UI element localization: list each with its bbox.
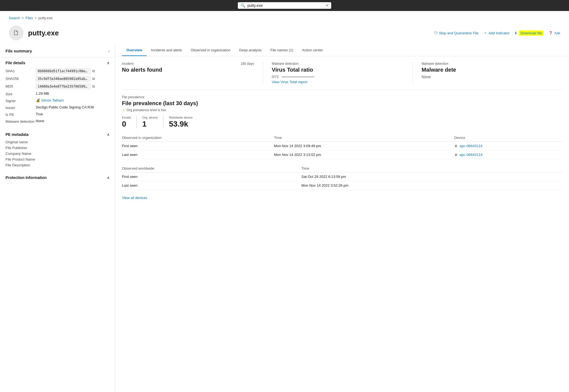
pe-file-publisher: File Publisher — [5, 146, 110, 150]
md5-copy-icon[interactable]: ⧉ — [92, 84, 95, 89]
worldwide-col: Worldwide device 53.9k — [169, 116, 198, 128]
ww-first-seen-label: First seen — [122, 172, 302, 181]
detection-row: Incident 180 days No alerts found Malwar… — [122, 62, 562, 90]
sha256-hash[interactable]: 35c9df3a348ae805902a95ab8a — [36, 76, 91, 82]
main-panel: Overview Incidents and alerts Observed i… — [115, 45, 569, 392]
obs-last-seen-time: Mon Nov 14 2022 3:13:02 pm — [274, 150, 454, 159]
breadcrumb-sep1: > — [22, 16, 24, 20]
breadcrumb-files[interactable]: Files — [26, 16, 33, 20]
breadcrumb-search[interactable]: Search — [9, 16, 20, 20]
tab-overview[interactable]: Overview — [122, 45, 147, 56]
vt-ratio-num: 0/72 — [272, 75, 279, 79]
download-file-label: Download file — [519, 30, 543, 36]
signer-value: 🔏 Simon Tatham — [36, 98, 110, 102]
observed-org-table: Observed in organization Time Device Fir… — [122, 134, 562, 159]
protection-chevron: ∧ — [107, 175, 110, 180]
org-value: 1 — [142, 120, 158, 128]
malware-value: None — [36, 119, 110, 123]
incident-days: 180 days — [241, 62, 254, 66]
sha1-label: SHA1 — [5, 68, 36, 73]
vt-ratio-row: 0/72 — [272, 75, 404, 79]
obs-ww-col1: Observed worldwide — [122, 165, 302, 172]
collapse-icon[interactable]: ‹ — [108, 49, 110, 53]
warning-icon: ⚠ — [122, 108, 125, 112]
malware-label: Malware detection — [5, 119, 36, 124]
incident-col: Incident 180 days No alerts found — [122, 62, 263, 84]
md5-hash[interactable]: 14080a3e4e877be235f06509b2 — [36, 84, 91, 89]
warning-text: Org prevalence level is low — [127, 108, 166, 112]
pe-metadata-header[interactable]: PE metadata ∧ — [0, 129, 115, 139]
obs-first-seen-label: First seen — [122, 142, 274, 150]
vt-bar — [281, 76, 314, 78]
virus-total-col: Malware detection Virus Total ratio 0/72… — [272, 62, 413, 84]
warning-row: ⚠ Org prevalence level is low — [122, 108, 562, 112]
file-details-header[interactable]: File details ∧ — [0, 57, 115, 67]
incident-label: Incident — [122, 62, 133, 66]
emails-col: Emails 0 — [122, 116, 137, 128]
signer-name: Simon Tatham — [41, 98, 64, 102]
search-bar[interactable]: 🔍 putty.exe ✕ — [238, 2, 331, 9]
malware2-title: Malware dete — [422, 67, 554, 73]
sha1-copy-icon[interactable]: ⧉ — [92, 69, 95, 73]
sha256-label: SHA256 — [5, 76, 36, 81]
tabs-bar: Overview Incidents and alerts Observed i… — [115, 45, 569, 56]
malware2-none: None — [422, 75, 554, 79]
sha1-value: 868866bd51f1ac744991c08eda ⧉ — [36, 68, 110, 74]
breadcrumb: Search > Files > putty.exe — [0, 11, 569, 23]
org-col: Org. device 1 — [142, 116, 163, 128]
sidebar-title: File summary — [5, 49, 32, 53]
issuer-value: Sectigo Public Code Signing CA R36 — [36, 105, 110, 109]
sidebar-header: File summary ‹ — [0, 45, 115, 57]
is-pe-row: Is PE True — [5, 112, 110, 117]
first-seen-device-link[interactable]: apc-06643114 — [460, 144, 482, 148]
pe-product-name: File Product Name — [5, 157, 110, 161]
add-indicator-button[interactable]: ＋ Add Indicator — [484, 30, 510, 35]
download-file-button[interactable]: ⬇ Download file — [514, 30, 543, 36]
obs-org-col1: Observed in organization — [122, 134, 274, 142]
worldwide-label: Worldwide device — [169, 116, 193, 119]
malware2-label: Malware detection — [422, 62, 448, 66]
clear-icon[interactable]: ✕ — [326, 4, 328, 7]
observed-worldwide-table: Observed worldwide Time First seen Sat O… — [122, 165, 562, 190]
org-label: Org. device — [142, 116, 158, 119]
malware1-title: Virus Total ratio — [272, 67, 404, 73]
is-pe-label: Is PE — [5, 112, 36, 117]
emails-label: Emails — [122, 116, 131, 119]
protection-header[interactable]: Protection Information ∧ — [0, 172, 115, 182]
obs-last-seen-device: 🖥 apc-06643114 — [454, 150, 562, 159]
file-details-chevron: ∧ — [107, 61, 110, 65]
stop-quarantine-button[interactable]: 🛡 Stop and Quarantine File — [434, 31, 479, 35]
tab-action-center[interactable]: Action center — [298, 45, 327, 56]
tab-observed[interactable]: Observed in organization — [186, 45, 235, 56]
search-input[interactable]: putty.exe — [247, 3, 323, 8]
ask-label: Ask — [554, 31, 560, 35]
incident-title: No alerts found — [122, 67, 254, 73]
ask-button[interactable]: ❓ Ask — [548, 31, 560, 35]
md5-label: MD5 — [5, 84, 36, 88]
vt-report-link[interactable]: View Virus Total report — [272, 80, 404, 84]
view-all-devices-link[interactable]: View all devices — [122, 196, 147, 200]
emails-value: 0 — [122, 120, 131, 128]
tab-deep-analysis[interactable]: Deep analysis — [235, 45, 266, 56]
table-row: First seen Mon Nov 14 2022 3:09:49 pm 🖥 … — [122, 142, 562, 150]
sha1-row: SHA1 868866bd51f1ac744991c08eda ⧉ — [5, 68, 110, 74]
header-actions: 🛡 Stop and Quarantine File ＋ Add Indicat… — [434, 30, 560, 36]
signer-link[interactable]: 🔏 Simon Tatham — [36, 98, 64, 102]
malware1-label-row: Malware detection — [272, 62, 404, 66]
md5-row: MD5 14080a3e4e877be235f06509b2 ⧉ — [5, 84, 110, 89]
sha1-hash[interactable]: 868866bd51f1ac744991c08eda — [36, 68, 91, 74]
tab-filenames[interactable]: File names (1) — [266, 45, 298, 56]
protection-title: Protection Information — [5, 175, 47, 180]
add-indicator-label: Add Indicator — [489, 31, 510, 35]
sha256-row: SHA256 35c9df3a348ae805902a95ab8a ⧉ — [5, 76, 110, 82]
malware-row: Malware detection None — [5, 119, 110, 124]
last-seen-device-link[interactable]: apc-06643114 — [460, 153, 482, 157]
signer-icon: 🔏 — [36, 98, 40, 102]
file-header: 🗋 putty.exe 🛡 Stop and Quarantine File ＋… — [0, 23, 569, 45]
search-icon: 🔍 — [241, 3, 245, 8]
pe-metadata-chevron: ∧ — [107, 132, 110, 137]
tab-incidents[interactable]: Incidents and alerts — [147, 45, 186, 56]
prevalence-title: File prevalence (last 30 days) — [122, 100, 562, 107]
download-icon: ⬇ — [514, 31, 517, 35]
sha256-copy-icon[interactable]: ⧉ — [92, 77, 95, 81]
